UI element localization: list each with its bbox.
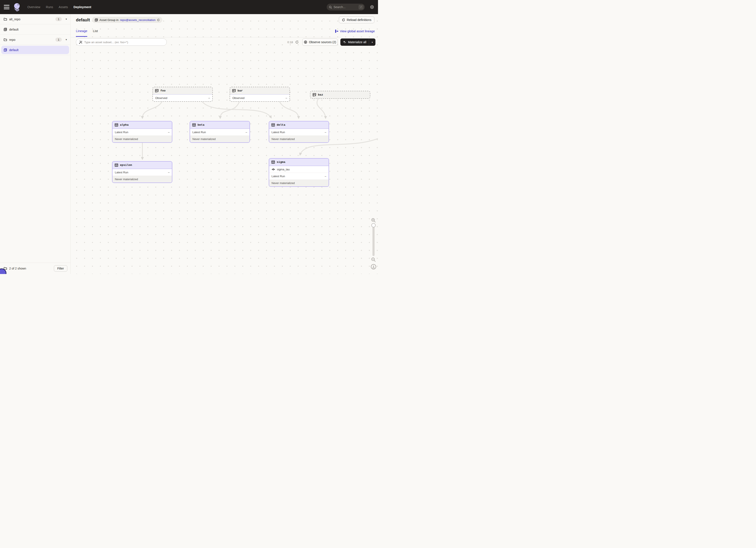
reload-definitions-label: Reload definitions: [347, 18, 371, 22]
sidebar-item-default-3[interactable]: default: [0, 45, 70, 55]
asset-group-icon: [4, 48, 7, 52]
view-global-asset-lineage-link[interactable]: View global asset lineage: [335, 30, 375, 33]
dagster-logo-icon[interactable]: [13, 2, 21, 12]
asset-count-badge: 1: [55, 17, 62, 21]
asset-name: alpha: [120, 123, 129, 127]
source-asset-icon: [232, 89, 236, 93]
materialize-all-button-group: Materialize all ▾: [340, 38, 375, 46]
tab-lineage[interactable]: Lineage: [76, 29, 87, 37]
status-value: –: [286, 96, 287, 100]
asset-node-header: delta: [269, 121, 329, 129]
materialize-all-dropdown-caret[interactable]: ▾: [369, 38, 375, 46]
asset-status-row: Never materialized: [269, 136, 329, 142]
edge-bar-delta: [279, 101, 299, 118]
asset-name: sigma: [277, 161, 285, 164]
status-label: Latest Run: [272, 175, 285, 178]
asset-status-row: Never materialized: [112, 176, 172, 183]
asset-name: delta: [277, 123, 285, 127]
sidebar-item-default-1[interactable]: default: [0, 24, 70, 35]
zoom-in-icon[interactable]: [371, 218, 376, 223]
asset-status-row: Latest Run–: [269, 129, 329, 136]
asset-check-row[interactable]: sigma_tau: [269, 166, 329, 173]
asset-node-delta[interactable]: deltaLatest Run–Never materialized: [269, 121, 329, 143]
asset-status-row: Latest Run–: [112, 169, 172, 176]
edge-baz-delta: [317, 98, 326, 118]
asset-node-epsilon[interactable]: epsilonLatest Run–Never materialized: [112, 161, 172, 183]
lineage-graph-icon: [335, 30, 338, 33]
status-label: Observed: [155, 96, 167, 100]
asset-check-icon: [272, 168, 275, 171]
graph-refresh-icon[interactable]: [295, 38, 299, 46]
asset-node-beta[interactable]: betaLatest Run–Never materialized: [190, 121, 250, 143]
search-icon: [329, 6, 332, 9]
download-view-icon[interactable]: [371, 264, 377, 270]
status-value: –: [168, 171, 170, 174]
asset-node-header: sigma: [269, 159, 329, 166]
asset-status-row: Observed–: [153, 95, 212, 101]
status-label: Never materialized: [272, 138, 295, 141]
asset-name: bar: [238, 89, 243, 92]
canvas-zoom-controls: [369, 218, 378, 270]
zoom-slider-handle[interactable]: [371, 223, 376, 228]
sidebar-item-alt_repo-0[interactable]: alt_repo1▼: [0, 14, 70, 24]
code-location-link[interactable]: repo@assets_reconciliation: [120, 18, 155, 22]
materialize-all-button[interactable]: Materialize all: [340, 38, 369, 46]
sidebar-footer: 2 of 2 shown Filter: [0, 263, 71, 274]
settings-gear-icon[interactable]: [370, 5, 374, 9]
asset-status-row: Latest Run–: [190, 129, 250, 136]
asset-status-row: Never materialized: [269, 180, 329, 186]
search-placeholder: Search...: [334, 5, 357, 9]
asset-status-row: Observed–: [230, 95, 289, 101]
zoom-slider[interactable]: [372, 224, 375, 256]
status-label: Observed: [232, 96, 244, 100]
edge-foo-alpha: [142, 101, 162, 118]
status-label: Latest Run: [115, 171, 128, 174]
asset-subset-input[interactable]: Type an asset subset... (ex: foo+*): [76, 38, 167, 46]
asset-node-sigma[interactable]: sigmasigma_tauLatest Run–Never materiali…: [269, 158, 329, 187]
asset-group-breadcrumb: Asset Group in repo@assets_reconciliatio…: [92, 17, 162, 23]
nav-item-assets[interactable]: Assets: [59, 5, 68, 9]
asset-node-header: foo: [153, 87, 212, 95]
folder-icon: [4, 18, 7, 21]
asset-node-foo[interactable]: fooObserved–: [152, 87, 213, 102]
zoom-out-icon[interactable]: [371, 257, 376, 263]
shown-count-text: 2 of 2 shown: [9, 267, 26, 270]
status-value: –: [246, 131, 247, 134]
observe-sources-button[interactable]: Observe sources (2): [302, 38, 338, 46]
asset-name: epsilon: [120, 164, 132, 167]
hamburger-menu-icon[interactable]: [4, 5, 9, 9]
folder-icon: [4, 38, 7, 41]
source-asset-icon: [313, 93, 316, 97]
status-value: –: [168, 131, 170, 134]
chevron-down-icon[interactable]: ▼: [65, 18, 67, 20]
tab-list[interactable]: List: [93, 29, 98, 37]
chevron-down-icon[interactable]: ▼: [65, 38, 67, 41]
nav-item-deployment[interactable]: Deployment: [74, 5, 91, 9]
asset-table-icon: [271, 160, 275, 164]
nav-item-runs[interactable]: Runs: [46, 5, 53, 9]
sidebar-item-label: alt_repo: [9, 18, 20, 21]
code-location-sidebar: alt_repo1▼defaultrepo1▼default: [0, 14, 71, 263]
asset-node-bar[interactable]: barObserved–: [230, 87, 290, 102]
status-value: –: [325, 175, 326, 178]
materialize-all-label: Materialize all: [348, 40, 366, 44]
status-label: Latest Run: [272, 131, 285, 134]
filter-button[interactable]: Filter: [54, 265, 67, 272]
reload-definitions-button[interactable]: Reload definitions: [339, 16, 374, 23]
edge-foo-delta: [202, 101, 271, 118]
asset-status-row: Never materialized: [190, 136, 250, 142]
asset-table-icon: [115, 163, 118, 167]
asset-table-icon: [192, 123, 196, 127]
refresh-timer: 0:18: [287, 38, 293, 46]
reload-icon: [342, 18, 345, 22]
asset-node-header: beta: [190, 121, 250, 129]
edge-bar-beta: [220, 101, 240, 118]
search-input[interactable]: Search... /: [327, 4, 365, 10]
sidebar-item-repo-2[interactable]: repo1▼: [0, 35, 70, 45]
asset-node-baz[interactable]: baz: [310, 91, 370, 99]
asset-node-alpha[interactable]: alphaLatest Run–Never materialized: [112, 121, 172, 143]
nav-item-overview[interactable]: Overview: [27, 5, 40, 9]
search-shortcut-badge: /: [359, 5, 363, 9]
refresh-icon[interactable]: [157, 19, 160, 21]
status-value: –: [208, 96, 210, 100]
